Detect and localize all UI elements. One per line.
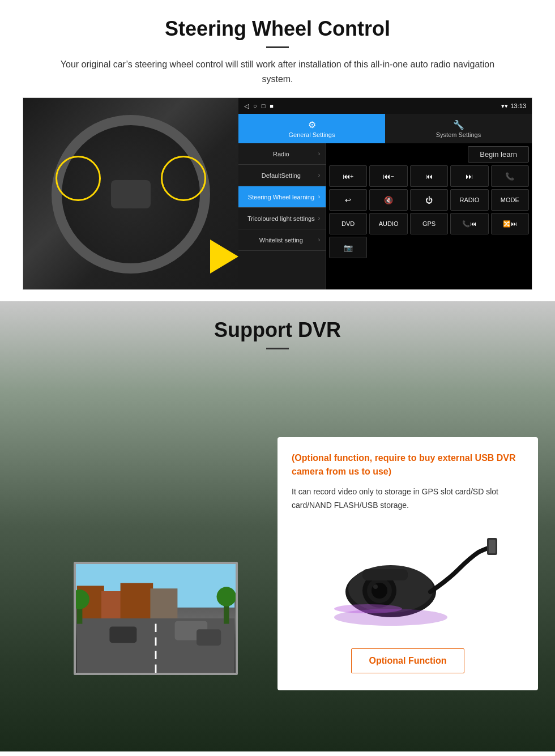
recent-icon: □	[262, 102, 266, 110]
wrench-icon: 🔧	[453, 119, 464, 130]
home-icon: ○	[253, 102, 257, 110]
ctrl-tel-prev[interactable]: 📞⏮	[450, 213, 488, 234]
tab-system-settings[interactable]: 🔧 System Settings	[385, 114, 532, 143]
ctrl-phone[interactable]: 📞	[491, 165, 529, 187]
section2-divider	[266, 348, 289, 349]
screenshot-area: ◁ ○ □ ■ ▾▾ 13:13 ⚙ General Settings 🔧	[23, 97, 532, 290]
signal-icon: ▾▾	[501, 102, 508, 110]
ctrl-power[interactable]: ⏻	[410, 189, 448, 211]
ctrl-back[interactable]: ↩	[329, 189, 367, 211]
steering-wheel-photo	[23, 98, 238, 290]
chevron-icon: ›	[318, 194, 320, 200]
svg-rect-18	[109, 627, 136, 643]
left-button-highlight	[56, 156, 101, 201]
camera-svg	[317, 529, 498, 631]
svg-point-24	[217, 587, 236, 607]
svg-rect-8	[489, 540, 496, 553]
dvr-optional-text: (Optional function, require to buy exter…	[292, 451, 524, 479]
tab-general-settings[interactable]: ⚙ General Settings	[238, 114, 385, 143]
chevron-icon: ›	[318, 172, 320, 178]
tab-general-label: General Settings	[289, 131, 335, 138]
ctrl-prev[interactable]: ⏮	[410, 165, 448, 187]
menu-icon: ■	[270, 102, 274, 110]
menu-item-tricoloured[interactable]: Tricoloured light settings ›	[238, 208, 326, 229]
clock: 13:13	[510, 102, 526, 109]
svg-rect-15	[150, 588, 177, 618]
ctrl-camera[interactable]: 📷	[329, 237, 367, 258]
dvr-camera-image	[292, 524, 524, 637]
right-controls: Begin learn ⏮+ ⏮− ⏮ ⏭ 📞 ↩ 🔇 ⏻ RADIO MODE…	[326, 143, 532, 289]
right-button-highlight	[161, 156, 206, 201]
menu-steering-label: Steering Wheel learning	[244, 194, 318, 200]
svg-rect-20	[197, 629, 221, 646]
section1-divider	[266, 46, 289, 48]
left-menu: Radio › DefaultSetting › Steering Wheel …	[238, 143, 326, 289]
android-ui-panel: ◁ ○ □ ■ ▾▾ 13:13 ⚙ General Settings 🔧	[238, 98, 532, 289]
menu-controls-area: Radio › DefaultSetting › Steering Wheel …	[238, 143, 532, 289]
menu-whitelist-label: Whitelist setting	[244, 237, 318, 244]
controls-grid: ⏮+ ⏮− ⏮ ⏭ 📞 ↩ 🔇 ⏻ RADIO MODE DVD AUDIO G…	[329, 165, 529, 258]
menu-item-steering[interactable]: Steering Wheel learning ›	[238, 186, 326, 208]
back-icon: ◁	[244, 102, 249, 110]
dvr-description: It can record video only to storage in G…	[292, 485, 524, 512]
svg-point-5	[373, 584, 378, 589]
status-bar-right: ▾▾ 13:13	[501, 102, 526, 110]
ctrl-vol-down[interactable]: ⏮−	[369, 165, 407, 187]
status-bar: ◁ ○ □ ■ ▾▾ 13:13	[238, 98, 532, 114]
section2-header: Support DVR	[0, 301, 555, 358]
chevron-icon: ›	[318, 237, 320, 243]
ctrl-radio[interactable]: RADIO	[450, 189, 488, 211]
dashcam-thumbnail	[74, 562, 238, 675]
begin-learn-row: Begin learn	[329, 146, 529, 163]
begin-learn-button[interactable]: Begin learn	[468, 146, 529, 163]
steering-wheel-section: Steering Wheel Control Your original car…	[0, 0, 555, 301]
chevron-icon: ›	[318, 215, 320, 221]
ctrl-shuffle-next[interactable]: 🔀⏭	[491, 213, 529, 234]
ctrl-audio[interactable]: AUDIO	[369, 213, 407, 234]
ctrl-next[interactable]: ⏭	[450, 165, 488, 187]
svg-rect-6	[362, 569, 408, 580]
menu-item-whitelist[interactable]: Whitelist setting ›	[238, 229, 326, 251]
svg-rect-13	[101, 591, 123, 618]
dvr-info-panel: (Optional function, require to buy exter…	[278, 437, 538, 690]
section1-title: Steering Wheel Control	[23, 17, 532, 41]
arrow-indicator	[210, 240, 238, 274]
ctrl-mute[interactable]: 🔇	[369, 189, 407, 211]
menu-radio-label: Radio	[244, 151, 318, 157]
menu-default-label: DefaultSetting	[244, 172, 318, 179]
svg-rect-14	[121, 583, 153, 618]
ctrl-dvd[interactable]: DVD	[329, 213, 367, 234]
wheel-center	[111, 180, 151, 208]
ctrl-gps[interactable]: GPS	[410, 213, 448, 234]
section2-title: Support DVR	[0, 318, 555, 342]
section1-subtitle: Your original car’s steering wheel contr…	[51, 57, 504, 86]
menu-item-defaultsetting[interactable]: DefaultSetting ›	[238, 165, 326, 186]
tab-system-label: System Settings	[436, 131, 481, 138]
ctrl-vol-up[interactable]: ⏮+	[329, 165, 367, 187]
chevron-icon: ›	[318, 151, 320, 157]
dvr-content: Support DVR (Optional function, require …	[0, 301, 555, 358]
ctrl-mode[interactable]: MODE	[491, 189, 529, 211]
gear-icon: ⚙	[308, 119, 316, 130]
optional-function-button[interactable]: Optional Function	[351, 648, 464, 673]
status-bar-left: ◁ ○ □ ■	[244, 102, 274, 110]
menu-tricoloured-label: Tricoloured light settings	[244, 215, 318, 222]
tab-bar: ⚙ General Settings 🔧 System Settings	[238, 114, 532, 143]
dvr-section: Support DVR (Optional function, require …	[0, 301, 555, 751]
svg-point-10	[334, 604, 402, 613]
menu-item-radio[interactable]: Radio ›	[238, 143, 326, 165]
